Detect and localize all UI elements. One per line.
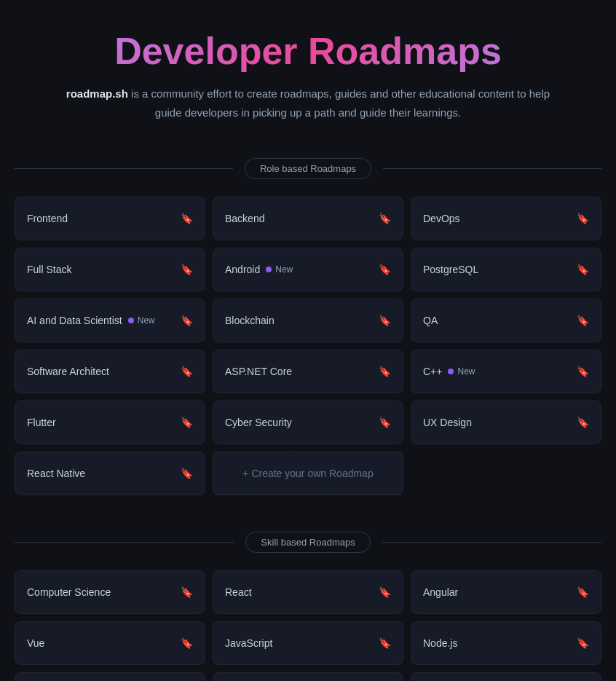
bookmark-icon[interactable]: 🔖 — [181, 213, 193, 224]
card-label: Backend — [225, 213, 264, 224]
bookmark-icon[interactable]: 🔖 — [379, 315, 391, 326]
role-based-section: Role based Roadmaps Frontend 🔖 Backend 🔖 — [0, 136, 616, 510]
card-content: C++ New — [423, 366, 577, 377]
card-label: Full Stack — [27, 264, 71, 275]
card-react[interactable]: React 🔖 — [213, 570, 403, 614]
skill-cards-grid: Computer Science 🔖 React 🔖 Angular — [15, 570, 601, 681]
card-content: React — [225, 586, 379, 598]
card-content: Android New — [225, 264, 379, 275]
card-content: DevOps — [423, 213, 577, 224]
card-content: Backend — [225, 213, 379, 224]
bookmark-icon[interactable]: 🔖 — [379, 264, 391, 275]
card-full-stack[interactable]: Full Stack 🔖 — [15, 248, 205, 291]
role-cards-grid: Frontend 🔖 Backend 🔖 DevOps 🔖 — [15, 197, 601, 495]
card-content: Vue — [27, 637, 181, 649]
card-label: DevOps — [423, 213, 460, 224]
card-content: UX Design — [423, 417, 577, 428]
card-content: AI and Data Scientist New — [27, 315, 181, 326]
page-header: Developer Roadmaps roadmap.sh is a commu… — [0, 0, 616, 136]
card-ai-data-scientist[interactable]: AI and Data Scientist New 🔖 — [15, 299, 205, 342]
new-badge: New — [128, 315, 155, 326]
card-content: Blockchain — [225, 315, 379, 326]
card-blockchain[interactable]: Blockchain 🔖 — [213, 299, 403, 342]
card-typescript[interactable]: TypeScript 🔖 — [15, 672, 205, 681]
card-content: Frontend — [27, 213, 181, 224]
card-python[interactable]: Python 🔖 — [213, 672, 403, 681]
card-label: C++ — [423, 366, 442, 377]
bookmark-icon[interactable]: 🔖 — [379, 586, 391, 598]
card-react-native[interactable]: React Native 🔖 — [15, 452, 205, 495]
new-dot — [128, 318, 134, 323]
card-label: Flutter — [27, 417, 56, 428]
card-content: Computer Science — [27, 586, 181, 598]
card-label: QA — [423, 315, 438, 326]
bookmark-icon[interactable]: 🔖 — [181, 468, 193, 479]
bookmark-icon[interactable]: 🔖 — [181, 264, 193, 275]
bookmark-icon[interactable]: 🔖 — [379, 637, 391, 649]
new-badge: New — [448, 366, 475, 377]
card-asp-net-core[interactable]: ASP.NET Core 🔖 — [213, 350, 403, 393]
card-content: ASP.NET Core — [225, 366, 379, 377]
card-content: JavaScript — [225, 637, 379, 649]
card-label: Android — [225, 264, 260, 275]
card-angular[interactable]: Angular 🔖 — [411, 570, 601, 614]
brand-name: roadmap.sh — [66, 87, 128, 100]
card-cyber-security[interactable]: Cyber Security 🔖 — [213, 401, 403, 444]
card-label: Frontend — [27, 213, 68, 224]
card-cpp[interactable]: C++ New 🔖 — [411, 350, 601, 393]
card-devops[interactable]: DevOps 🔖 — [411, 197, 601, 240]
card-ux-design[interactable]: UX Design 🔖 — [411, 401, 601, 444]
bookmark-icon[interactable]: 🔖 — [577, 213, 589, 224]
role-section-label: Role based Roadmaps — [245, 158, 371, 179]
card-javascript[interactable]: JavaScript 🔖 — [213, 621, 403, 665]
card-postgresql[interactable]: PostgreSQL 🔖 — [411, 248, 601, 291]
card-android[interactable]: Android New 🔖 — [213, 248, 403, 291]
create-roadmap-card[interactable]: + Create your own Roadmap — [213, 452, 403, 495]
card-content: Full Stack — [27, 264, 181, 275]
card-nodejs[interactable]: Node.js 🔖 — [411, 621, 601, 665]
card-backend[interactable]: Backend 🔖 — [213, 197, 403, 240]
card-label: Cyber Security — [225, 417, 292, 428]
card-content: QA — [423, 315, 577, 326]
bookmark-icon[interactable]: 🔖 — [577, 637, 589, 649]
skill-section-label: Skill based Roadmaps — [245, 532, 370, 553]
bookmark-icon[interactable]: 🔖 — [181, 417, 193, 428]
bookmark-icon[interactable]: 🔖 — [181, 586, 193, 598]
bookmark-icon[interactable]: 🔖 — [577, 366, 589, 377]
card-content: React Native — [27, 468, 181, 479]
card-label: Vue — [27, 637, 44, 649]
bookmark-icon[interactable]: 🔖 — [577, 586, 589, 598]
create-label: + Create your own Roadmap — [242, 468, 373, 479]
card-content: PostgreSQL — [423, 264, 577, 275]
card-qa[interactable]: QA 🔖 — [411, 299, 601, 342]
card-sql[interactable]: SQL New 🔖 — [411, 672, 601, 681]
skill-section-header: Skill based Roadmaps — [15, 532, 601, 553]
role-section-header: Role based Roadmaps — [15, 158, 601, 179]
page-title: Developer Roadmaps — [15, 29, 601, 73]
card-vue[interactable]: Vue 🔖 — [15, 621, 205, 665]
card-computer-science[interactable]: Computer Science 🔖 — [15, 570, 205, 614]
bookmark-icon[interactable]: 🔖 — [577, 315, 589, 326]
bookmark-icon[interactable]: 🔖 — [577, 264, 589, 275]
card-label: AI and Data Scientist — [27, 315, 122, 326]
card-software-architect[interactable]: Software Architect 🔖 — [15, 350, 205, 393]
bookmark-icon[interactable]: 🔖 — [379, 366, 391, 377]
bookmark-icon[interactable]: 🔖 — [577, 417, 589, 428]
card-label: React Native — [27, 468, 85, 479]
page-description: roadmap.sh is a community effort to crea… — [53, 84, 563, 122]
bookmark-icon[interactable]: 🔖 — [181, 637, 193, 649]
card-flutter[interactable]: Flutter 🔖 — [15, 401, 205, 444]
bookmark-icon[interactable]: 🔖 — [379, 417, 391, 428]
bookmark-icon[interactable]: 🔖 — [181, 366, 193, 377]
card-frontend[interactable]: Frontend 🔖 — [15, 197, 205, 240]
card-label: PostgreSQL — [423, 264, 478, 275]
card-label: Software Architect — [27, 366, 109, 377]
card-label: Node.js — [423, 637, 457, 649]
bookmark-icon[interactable]: 🔖 — [379, 213, 391, 224]
card-label: Angular — [423, 586, 458, 598]
card-content: Flutter — [27, 417, 181, 428]
card-label: JavaScript — [225, 637, 272, 649]
skill-based-section: Skill based Roadmaps Computer Science 🔖 … — [0, 510, 616, 681]
new-dot — [448, 369, 454, 374]
bookmark-icon[interactable]: 🔖 — [181, 315, 193, 326]
